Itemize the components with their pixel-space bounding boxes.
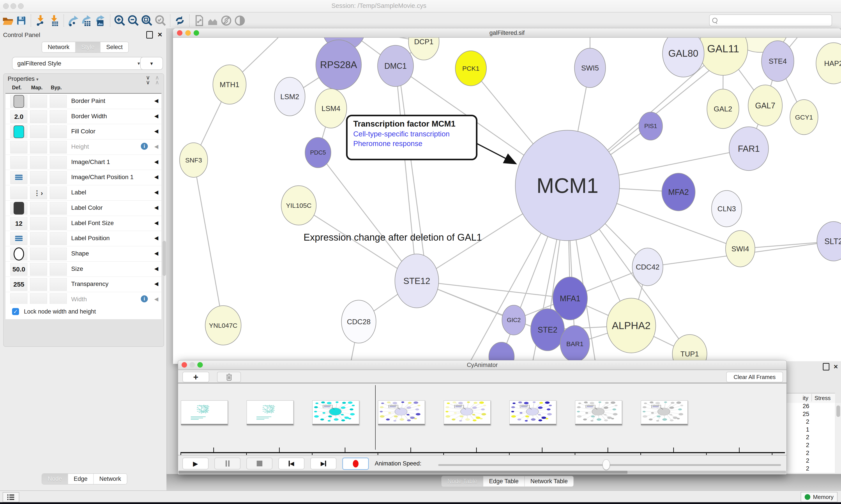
animation-speed-handle[interactable] xyxy=(603,459,610,470)
node-cdc28[interactable]: CDC28 xyxy=(341,300,376,343)
mapping-cell[interactable] xyxy=(30,232,47,245)
mapping-cell[interactable] xyxy=(30,202,47,215)
expand-all-icon[interactable]: ∨∨ xyxy=(146,75,149,85)
frames-scrollbar[interactable] xyxy=(179,471,786,474)
property-row[interactable]: Widthi◀ xyxy=(5,292,161,305)
clone-network-icon[interactable] xyxy=(192,14,206,27)
default-value[interactable]: 2.0 xyxy=(14,113,23,121)
bypass-cell[interactable] xyxy=(50,186,67,199)
node-pdc5[interactable]: PDC5 xyxy=(305,138,331,168)
cyanimator-titlebar[interactable]: CyAnimator xyxy=(178,360,786,370)
table-scrollbar[interactable] xyxy=(835,403,841,473)
node-dcp1[interactable]: DCP1 xyxy=(409,38,439,60)
default-cell[interactable] xyxy=(10,141,28,154)
frames-timeline-area[interactable]: 0123456789 Seconds xyxy=(178,383,786,455)
position-icon[interactable] xyxy=(15,175,22,180)
node-gal11[interactable]: GAL11 xyxy=(699,38,748,75)
node-lsm2[interactable]: LSM2 xyxy=(274,77,305,116)
control-panel-scrollbar[interactable] xyxy=(162,241,166,276)
default-cell[interactable] xyxy=(10,171,28,184)
node-gcy1[interactable]: GCY1 xyxy=(790,100,818,134)
tab-node-table[interactable]: Node Table xyxy=(442,476,483,486)
close-panel-icon[interactable]: ✕ xyxy=(158,31,162,38)
bypass-cell[interactable] xyxy=(50,202,67,215)
delete-frame-button[interactable] xyxy=(217,372,241,382)
search-input[interactable] xyxy=(720,17,823,24)
export-image-icon[interactable] xyxy=(94,14,107,27)
tab-style[interactable]: Style xyxy=(75,42,100,52)
frame-thumbnail-0[interactable] xyxy=(181,400,228,425)
play-button[interactable]: ▶ xyxy=(182,457,209,469)
expand-row-icon[interactable]: ◀ xyxy=(155,113,158,119)
frame-thumbnail-7[interactable] xyxy=(641,400,688,425)
expand-row-icon[interactable]: ◀ xyxy=(155,159,158,165)
bypass-cell[interactable] xyxy=(50,156,67,169)
node-cdc42[interactable]: CDC42 xyxy=(632,248,663,286)
mapping-cell[interactable] xyxy=(30,248,47,260)
ellipse-shape-icon[interactable] xyxy=(14,247,24,260)
mapping-cell[interactable] xyxy=(30,156,47,169)
maximize-window-icon[interactable] xyxy=(18,3,24,9)
node-ste12[interactable]: STE12 xyxy=(395,254,439,308)
node-cln3[interactable]: CLN3 xyxy=(712,191,742,227)
mapping-cell[interactable] xyxy=(30,141,47,154)
default-cell[interactable]: 50.0 xyxy=(10,263,28,276)
mapping-cell[interactable] xyxy=(30,171,47,184)
tab-select[interactable]: Select xyxy=(100,42,128,52)
property-row[interactable]: 12Label Font Size◀ xyxy=(5,216,161,231)
save-session-icon[interactable] xyxy=(15,14,28,27)
default-cell[interactable]: 12 xyxy=(10,217,28,230)
table-row[interactable]: 2 xyxy=(786,450,835,457)
bypass-cell[interactable] xyxy=(50,141,67,154)
bypass-cell[interactable] xyxy=(50,217,67,230)
property-row[interactable]: 50.0Size◀ xyxy=(5,262,161,277)
node-pck1[interactable]: PCK1 xyxy=(455,51,486,86)
expand-row-icon[interactable]: ◀ xyxy=(155,296,158,302)
table-row[interactable]: 2 xyxy=(786,434,835,442)
node-pis1[interactable]: PIS1 xyxy=(639,112,662,140)
expand-row-icon[interactable]: ◀ xyxy=(155,281,158,287)
style-selector[interactable]: galFiltered Style ▾ xyxy=(12,57,145,70)
default-cell[interactable] xyxy=(10,95,28,108)
property-row[interactable]: Image/Chart 1◀ xyxy=(5,155,161,170)
node-gal2[interactable]: GAL2 xyxy=(707,89,739,128)
node-mth1[interactable]: MTH1 xyxy=(213,65,246,104)
node-bar1[interactable]: BAR1 xyxy=(560,326,590,362)
default-cell[interactable] xyxy=(10,186,28,199)
bypass-cell[interactable] xyxy=(50,248,67,260)
property-row[interactable]: ⋮›Label◀ xyxy=(5,185,161,201)
node-snf3[interactable]: SNF3 xyxy=(180,143,208,177)
pause-button[interactable] xyxy=(214,457,240,469)
node-gic2[interactable]: GIC2 xyxy=(502,305,526,335)
default-cell[interactable]: 255 xyxy=(10,278,28,291)
expand-row-icon[interactable]: ◀ xyxy=(155,174,158,180)
style-options-button[interactable]: ▾ xyxy=(140,57,163,70)
add-frame-button[interactable]: + xyxy=(182,372,209,382)
zoom-fit-icon[interactable] xyxy=(140,14,154,27)
refresh-layout-icon[interactable] xyxy=(173,14,186,27)
export-network-icon[interactable] xyxy=(67,14,80,27)
tab-edge[interactable]: Edge xyxy=(68,474,93,484)
mapping-cell[interactable] xyxy=(30,110,47,123)
stop-button[interactable] xyxy=(246,457,272,469)
minimize-window-icon[interactable] xyxy=(11,3,16,9)
node-hap2[interactable]: HAP2 xyxy=(816,43,841,84)
default-value[interactable]: 12 xyxy=(15,220,22,227)
expand-row-icon[interactable]: ◀ xyxy=(155,143,158,149)
network-window-titlebar[interactable]: galFiltered.sif xyxy=(173,29,841,38)
mapping-cell[interactable] xyxy=(30,125,47,138)
zoom-in-icon[interactable] xyxy=(113,14,127,27)
table-column-stress[interactable]: Stress xyxy=(815,395,835,401)
default-cell[interactable] xyxy=(10,248,28,260)
frames-scrollbar-thumb[interactable] xyxy=(179,471,627,474)
import-network-icon[interactable] xyxy=(34,14,47,27)
bypass-cell[interactable] xyxy=(50,263,67,276)
frame-thumbnail-6[interactable] xyxy=(575,400,622,425)
tab-edge-table[interactable]: Edge Table xyxy=(483,476,524,486)
default-cell[interactable]: 2.0 xyxy=(10,110,28,123)
bypass-cell[interactable] xyxy=(50,125,67,138)
close-panel-icon[interactable]: ✕ xyxy=(833,363,838,370)
table-row[interactable]: 2 xyxy=(786,442,835,450)
group-nodes-icon[interactable] xyxy=(206,14,219,27)
node-dmc1[interactable]: DMC1 xyxy=(378,45,413,87)
